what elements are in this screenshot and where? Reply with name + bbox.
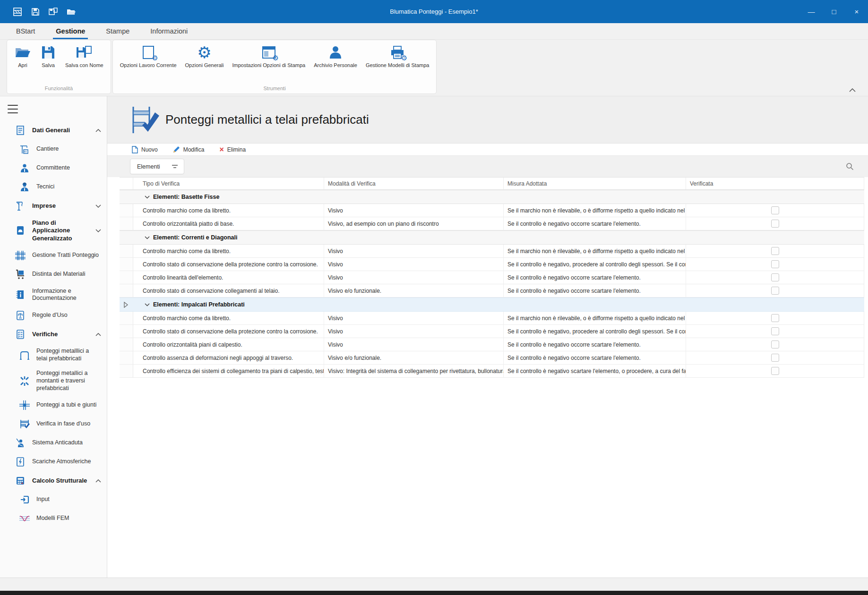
salva-con-nome-button[interactable]: Salva con Nome bbox=[61, 42, 108, 84]
search-icon[interactable] bbox=[846, 162, 854, 170]
verificata-checkbox[interactable] bbox=[771, 206, 779, 214]
row-selector[interactable] bbox=[120, 271, 133, 284]
archivio-personale-button[interactable]: Archivio Personale bbox=[309, 42, 361, 84]
sidebar-item-cantiere[interactable]: Cantiere bbox=[0, 140, 107, 159]
table-row[interactable]: Controllo stato di conservazione della p… bbox=[120, 258, 864, 271]
status-bar bbox=[0, 578, 868, 591]
gear-icon: ⚙ bbox=[401, 55, 407, 62]
sidebar-item-sistema-anticaduta[interactable]: Sistema Anticaduta bbox=[0, 434, 107, 452]
table-row[interactable]: Controllo marchio come da libretto. Visi… bbox=[120, 245, 864, 258]
table-group-row-selected[interactable]: Elementi: Impalcati Prefabbricati bbox=[120, 298, 864, 312]
sidebar-item-input[interactable]: Input bbox=[0, 490, 107, 509]
verificata-checkbox[interactable] bbox=[771, 354, 779, 362]
verificata-checkbox[interactable] bbox=[771, 314, 779, 322]
app-logo-icon[interactable] bbox=[12, 7, 23, 17]
hamburger-menu-icon[interactable] bbox=[8, 105, 18, 113]
workspace: Dati Generali Cantiere Committente bbox=[0, 96, 868, 578]
table-row[interactable]: Controllo efficienza dei sistemi di coll… bbox=[120, 365, 864, 378]
elimina-button[interactable]: × Elimina bbox=[215, 144, 250, 155]
nuovo-button[interactable]: Nuovo bbox=[127, 144, 163, 155]
table-row[interactable]: Controllo orizzontalità piatto di base. … bbox=[120, 217, 864, 230]
column-header-modalita[interactable]: Modalità di Verifica bbox=[324, 178, 504, 189]
sidebar-item-modelli-fem[interactable]: Modelli FEM bbox=[0, 509, 107, 528]
open-folder-icon[interactable] bbox=[66, 7, 77, 17]
table-row[interactable]: Controllo stato di conservazione collega… bbox=[120, 284, 864, 298]
salva-button[interactable]: Salva bbox=[35, 42, 61, 84]
gestione-modelli-stampa-button[interactable]: ⚙ Gestione Modelli di Stampa bbox=[361, 42, 434, 84]
tab-stampe[interactable]: Stampe bbox=[95, 25, 140, 39]
close-button[interactable]: × bbox=[845, 0, 868, 23]
tab-gestione[interactable]: Gestione bbox=[45, 25, 95, 39]
apri-button[interactable]: Apri bbox=[10, 42, 35, 84]
sidebar-item-ponteggi-tubi-giunti[interactable]: Ponteggi a tubi e giunti bbox=[0, 396, 107, 415]
tab-bstart[interactable]: BStart bbox=[6, 25, 45, 39]
opzioni-lavoro-corrente-button[interactable]: ⚙ Opzioni Lavoro Corrente bbox=[116, 42, 181, 84]
verificata-checkbox[interactable] bbox=[771, 327, 779, 335]
minimize-button[interactable]: — bbox=[800, 0, 823, 23]
sidebar-item-calcolo-strutturale[interactable]: Calcolo Strutturale bbox=[0, 471, 107, 490]
column-header-tipo[interactable]: Tipo di Verifica bbox=[133, 178, 324, 189]
table-row[interactable]: Controllo marchio come da libretto. Visi… bbox=[120, 204, 864, 217]
verificata-checkbox[interactable] bbox=[771, 260, 779, 268]
junction-star-icon bbox=[19, 375, 30, 387]
content-empty-area bbox=[107, 378, 868, 578]
sidebar-item-scariche-atmosferiche[interactable]: Scariche Atmosferiche bbox=[0, 452, 107, 471]
row-selector[interactable] bbox=[120, 351, 133, 364]
sidebar-item-verifica-fase-duso[interactable]: Verifica in fase d'uso bbox=[0, 415, 107, 434]
table-row[interactable]: Controllo linearità dell'elemento. Visiv… bbox=[120, 271, 864, 284]
sidebar-item-informazione-documentazione[interactable]: Informazione e Documentazione bbox=[0, 284, 107, 306]
table-header-row: Tipo di Verifica Modalità di Verifica Mi… bbox=[120, 177, 864, 190]
sidebar-item-committente[interactable]: Committente bbox=[0, 159, 107, 178]
row-selector[interactable] bbox=[120, 258, 133, 271]
row-selector[interactable] bbox=[120, 217, 133, 230]
sidebar-item-ponteggi-montanti[interactable]: Ponteggi metallici a montanti e traversi… bbox=[0, 366, 107, 396]
sidebar-item-distinta-materiali[interactable]: Distinta dei Materiali bbox=[0, 265, 107, 284]
verificata-checkbox[interactable] bbox=[771, 247, 779, 255]
save-icon[interactable] bbox=[30, 7, 41, 17]
column-header-misura[interactable]: Misura Adottata bbox=[504, 178, 686, 189]
verificata-checkbox[interactable] bbox=[771, 287, 779, 295]
chevron-up-icon[interactable] bbox=[95, 479, 101, 483]
verificata-checkbox[interactable] bbox=[771, 340, 779, 348]
ribbon-collapse-chevron-icon[interactable] bbox=[849, 88, 856, 92]
sidebar-item-dati-generali[interactable]: Dati Generali bbox=[0, 121, 107, 140]
chevron-down-icon[interactable] bbox=[95, 204, 101, 208]
verifiche-table: Tipo di Verifica Modalità di Verifica Mi… bbox=[120, 177, 864, 378]
row-selector[interactable] bbox=[120, 365, 133, 377]
input-arrow-icon bbox=[19, 494, 30, 505]
table-row[interactable]: Controllo assenza di deformazioni negli … bbox=[120, 351, 864, 365]
sidebar-item-verifiche[interactable]: Verifiche bbox=[0, 325, 107, 344]
table-row[interactable]: Controllo orizzontalità piani di calpest… bbox=[120, 338, 864, 351]
verificata-checkbox[interactable] bbox=[771, 367, 779, 375]
row-selector[interactable] bbox=[120, 204, 133, 217]
row-selector[interactable] bbox=[120, 284, 133, 297]
verificata-checkbox[interactable] bbox=[771, 220, 779, 228]
verificata-checkbox[interactable] bbox=[771, 273, 779, 281]
sidebar-item-piano-applicazione[interactable]: Piano di Applicazione Generalizzato bbox=[0, 215, 107, 246]
sidebar-item-ponteggi-telai[interactable]: Ponteggi metalllici a telai prefabbricat… bbox=[0, 344, 107, 366]
maximize-button[interactable]: □ bbox=[823, 0, 845, 23]
table-group-row[interactable]: Elementi: Correnti e Diagonali bbox=[120, 230, 864, 245]
impostazioni-opzioni-stampa-button[interactable]: ⚙ Impostazioni Opzioni di Stampa bbox=[228, 42, 310, 84]
table-row[interactable]: Controllo stato di conservazione della p… bbox=[120, 325, 864, 338]
sidebar-item-gestione-tratti[interactable]: Gestione Tratti Ponteggio bbox=[0, 246, 107, 265]
sidebar-item-imprese[interactable]: Imprese bbox=[0, 196, 107, 215]
sidebar-item-regole-duso[interactable]: Regole d'Uso bbox=[0, 306, 107, 325]
column-header-verificata[interactable]: Verificata bbox=[686, 178, 864, 189]
save-as-icon[interactable] bbox=[48, 7, 59, 17]
table-row[interactable]: Controllo marchio come da libretto. Visi… bbox=[120, 312, 864, 325]
chevron-down-icon[interactable] bbox=[95, 229, 101, 232]
chevron-up-icon[interactable] bbox=[95, 129, 101, 132]
elementi-dropdown[interactable]: Elementi bbox=[130, 159, 184, 174]
table-group-row[interactable]: Elementi: Basette Fisse bbox=[120, 190, 864, 204]
chevron-up-icon[interactable] bbox=[95, 333, 101, 336]
tab-informazioni[interactable]: Informazioni bbox=[140, 25, 198, 39]
row-selector[interactable] bbox=[120, 245, 133, 257]
modifica-button[interactable]: Modifica bbox=[168, 144, 209, 154]
row-selector[interactable] bbox=[120, 312, 133, 324]
row-selector[interactable] bbox=[120, 338, 133, 351]
sidebar: Dati Generali Cantiere Committente bbox=[0, 96, 107, 578]
opzioni-generali-button[interactable]: ⚙ Opzioni Generali bbox=[181, 42, 228, 84]
row-selector[interactable] bbox=[120, 325, 133, 338]
sidebar-item-tecnici[interactable]: Tecnici bbox=[0, 178, 107, 196]
